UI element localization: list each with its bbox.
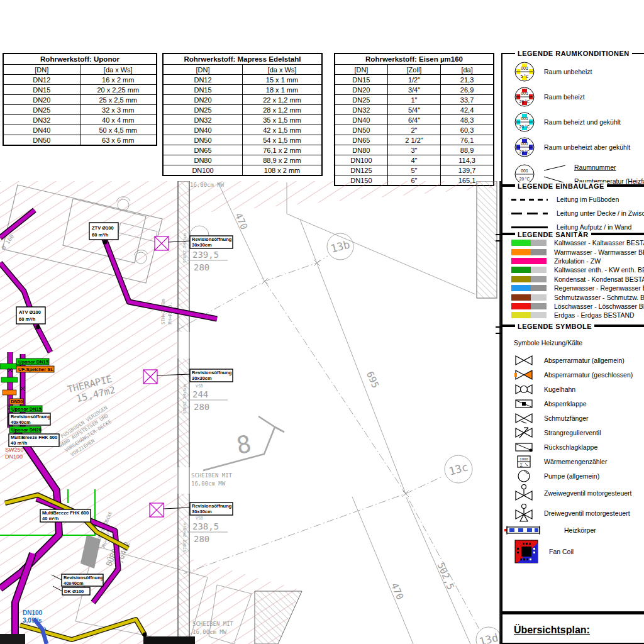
table-cell: 18 x 1 mm [243, 85, 323, 95]
note-scheiben-top: 16,00cm MW [190, 182, 225, 188]
raumnummer-label: Raumnummer [574, 164, 644, 171]
table-cell: DN15 [163, 85, 243, 95]
label-revision-size: 30x30cm [192, 375, 212, 381]
legend-label: Absperrarmatur (geschlossen) [544, 371, 633, 379]
dim-value: 280 [194, 534, 209, 544]
axis-label: 13c [448, 460, 470, 477]
legend-item: 001 20 °C Raum beheizt [514, 86, 644, 108]
column-header: [da] [441, 65, 494, 75]
table-cell: 108 x 2 mm [243, 165, 323, 176]
label-multibreeze-flow: 40 m³/h [11, 440, 28, 446]
table-uponor: Rohrwerkstoff: Uponor [DN] [da x Ws] DN1… [3, 53, 157, 146]
table-cell: 42 x 1,5 mm [243, 125, 323, 135]
table-cell: DN65 [335, 135, 387, 145]
table-cell: DN50 [3, 135, 80, 146]
label-ztv: ZTV Ø100 [92, 225, 114, 231]
table-row: DN5054 x 1,5 mm [163, 135, 322, 145]
label-dk: DK Ø100 [64, 589, 84, 594]
legend-label: Raum beheizt [544, 93, 585, 101]
table-cell: 5/4" [387, 105, 440, 115]
label-atv: ATV Ø100 [19, 309, 41, 315]
strainer-icon [514, 413, 534, 424]
label-uponor15: Uponor DN15 [18, 359, 48, 365]
table-cell: 63 x 6 mm [80, 135, 157, 146]
table-row: DN2528 x 1,2 mm [163, 105, 322, 115]
table-row: DN2532 x 3 mm [3, 105, 157, 115]
table-cell: DN32 [335, 105, 387, 115]
legend-item: Leitung im Fußboden [511, 195, 644, 204]
legend-item: Warmwasser - Warmwasser BESTAND [511, 247, 644, 256]
schmutzwasser-swatch-icon [511, 294, 547, 301]
dimension-695: 695 [364, 370, 381, 390]
section-marker-number: 8 [235, 430, 253, 460]
svg-text:001: 001 [521, 91, 528, 96]
dimension-5025: 502,5 [435, 561, 456, 592]
label-revision: Revisionsöffnung [11, 414, 51, 419]
legend-item: 001 20 °C Raum beheizt und gekühlt [514, 111, 644, 133]
shutoff-valve-closed-icon [514, 369, 534, 380]
note-sw250-dn: DN100 [5, 453, 23, 460]
svg-text:001: 001 [521, 142, 528, 146]
legend-item: Kaltwasser enth. - KW enth. BESTAND [511, 265, 644, 274]
legend-item: Regenwasser - Regenwasser BESTAND [511, 284, 644, 292]
erdgas-swatch-icon [511, 312, 547, 318]
legend-label: Absperrklappe [544, 400, 587, 408]
legend-label: Fan Coil [549, 548, 574, 555]
table-row: DN2025 x 2,5 mm [3, 95, 157, 105]
table-cell: 20 x 2,25 mm [80, 85, 157, 95]
table-row: DN1518 x 1 mm [163, 85, 322, 95]
table-cell: DN12 [3, 75, 80, 85]
table-cell: DN15 [3, 85, 80, 95]
legend-item: Löschwasser - Löschwasser BESTAND [511, 302, 644, 311]
table-cell: 1/2" [387, 75, 440, 85]
legend-label: Leitung Aufputz / in Wand [557, 223, 631, 231]
table-cell: DN125 [335, 165, 387, 175]
column-header: [DN] [3, 65, 80, 75]
legend-label: Rückschlagklappe [544, 443, 597, 451]
label-revision: Revisionsöffnung [192, 503, 232, 509]
legend-item: Dreiwegventil motorgesteuert [514, 503, 644, 523]
balancing-valve-icon [514, 427, 534, 438]
legend-label: Regenwasser - Regenwasser BESTAND [554, 284, 644, 292]
legend-label: Erdgas - Erdgas BESTAND [554, 311, 635, 319]
legend-item: 001 5 °C Raum unbeheizt [514, 61, 644, 82]
legend-item: Absperrklappe [514, 396, 644, 411]
dim-vsb: VSB [196, 384, 203, 389]
table-cell: DN40 [163, 125, 243, 135]
table-row: DN6576,1 x 2 mm [163, 145, 322, 155]
table-cell: DN12 [163, 75, 243, 85]
table-cell: 3" [387, 145, 440, 155]
legend-label: Heizkörper [564, 526, 596, 534]
table-cell: 88,9 [441, 145, 494, 155]
legend-item: Leitung unter Decke / in Zwischendecke [511, 209, 644, 218]
legend-label: Kugelhahn [544, 386, 575, 393]
uebersichtsplan-title: Übersichtsplan: [514, 625, 644, 636]
table-title: Rohrwerkstoff: Eisen µm160 [335, 53, 494, 65]
table-cell: 16 x 2 mm [80, 75, 157, 85]
label-revision: Revisionsöffnung [192, 236, 232, 242]
table-row: DN803"88,9 [335, 145, 494, 155]
legend-label: Kaltwasser enth. - KW enth. BESTAND [554, 266, 644, 274]
legend-item: Erdgas - Erdgas BESTAND [511, 311, 644, 319]
table-cell: DN32 [163, 115, 243, 125]
legend-label: Schmutzfänger [544, 414, 589, 422]
note-sw250: SW250 [5, 447, 24, 453]
axis-label: 13d [478, 631, 500, 644]
legend-header: LEGENDE SYMBOLE [506, 323, 644, 330]
table-cell: 32 x 3 mm [80, 105, 157, 115]
label-multibreeze-flow: 40 m³/h [42, 516, 59, 521]
column-header: [Zoll] [387, 65, 440, 75]
legend-title: LEGENDE RAUMKONDITIONEN [515, 50, 632, 57]
svg-text:20 °C: 20 °C [519, 99, 530, 104]
table-cell: DN100 [335, 155, 387, 165]
fan-coil-icon [514, 540, 539, 564]
table-cell: 48,3 [441, 115, 494, 125]
legend-title: LEGENDE EINBAULAGE [515, 182, 607, 190]
legend-raumkonditionen: LEGENDE RAUMKONDITIONEN 001 5 °C Raum un… [501, 53, 644, 186]
legend-label: Zirkulation - ZW [554, 257, 601, 265]
note-sturz: STURZ 2M+5cm [182, 523, 187, 552]
table-cell: DN32 [3, 115, 80, 125]
legend-item: Absperrarmatur (allgemein) [514, 353, 644, 367]
svg-text:001: 001 [521, 169, 528, 173]
legend-item: Fan Coil [514, 537, 644, 566]
